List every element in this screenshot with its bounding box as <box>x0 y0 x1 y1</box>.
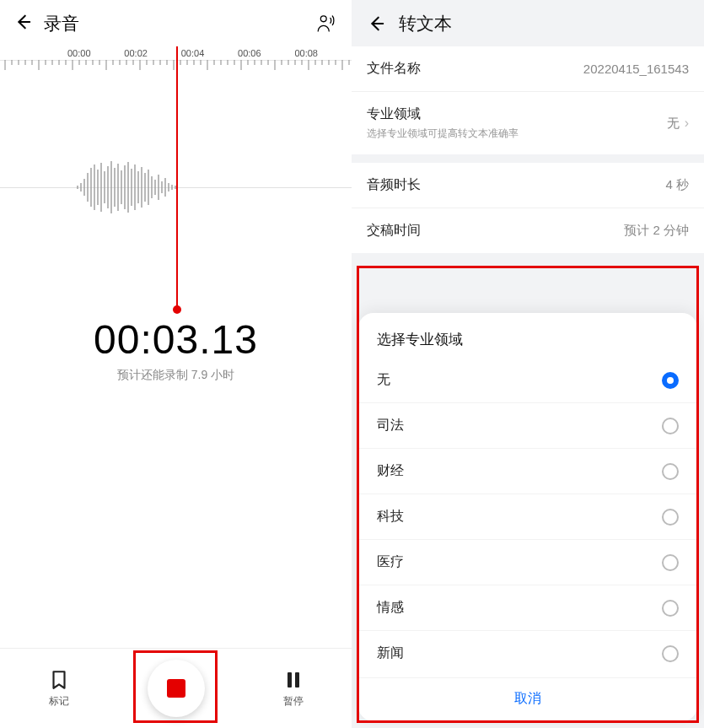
option-label: 无 <box>377 371 390 389</box>
back-button[interactable] <box>13 13 32 35</box>
option-label: 新闻 <box>377 644 404 662</box>
person-speak-icon <box>315 13 337 35</box>
elapsed-timer: 00:03.13 <box>0 316 352 363</box>
svg-point-1 <box>320 15 326 21</box>
left-header: 录音 <box>0 0 352 46</box>
page-title: 录音 <box>44 12 79 35</box>
voice-to-text-button[interactable] <box>314 12 338 35</box>
right-header: 转文本 <box>352 0 704 46</box>
bookmark-icon <box>48 669 70 691</box>
cancel-button[interactable]: 取消 <box>358 677 697 716</box>
svg-rect-86 <box>295 672 299 688</box>
domain-value: 无 <box>667 116 680 132</box>
stop-square-icon <box>167 679 185 698</box>
ruler-label: 00:06 <box>238 48 261 58</box>
option-label: 医疗 <box>377 553 404 571</box>
option-label: 财经 <box>377 462 404 480</box>
back-arrow-icon <box>13 13 32 31</box>
radio-selected-icon <box>662 372 679 389</box>
back-arrow-icon <box>367 14 385 33</box>
delivery-value: 预计 2 分钟 <box>624 223 689 239</box>
back-button[interactable] <box>365 13 387 35</box>
domain-option[interactable]: 司法 <box>358 402 697 448</box>
domain-option[interactable]: 新闻 <box>358 630 697 676</box>
pause-button[interactable]: 暂停 <box>260 669 327 709</box>
ruler-label: 00:08 <box>294 48 318 58</box>
option-label: 科技 <box>377 508 404 526</box>
domain-option[interactable]: 财经 <box>358 448 697 493</box>
domain-picker-sheet: 选择专业领域 无司法财经科技医疗情感新闻 取消 <box>358 313 697 721</box>
option-label: 情感 <box>377 599 404 617</box>
row-duration: 音频时长 4 秒 <box>352 163 704 208</box>
ruler-label: 00:00 <box>67 48 91 58</box>
pause-icon <box>283 669 304 691</box>
filename-key: 文件名称 <box>367 60 421 78</box>
mark-label: 标记 <box>49 694 69 709</box>
recorder-screen: 录音 00:00 00:02 00:04 00:06 00:08 <box>0 0 352 728</box>
timer-block: 00:03.13 预计还能录制 7.9 小时 <box>0 316 352 383</box>
domain-option[interactable]: 情感 <box>358 585 697 630</box>
row-domain[interactable]: 专业领域 选择专业领域可提高转文本准确率 无 › <box>352 92 704 154</box>
radio-icon <box>662 600 679 617</box>
page-title: 转文本 <box>399 12 452 35</box>
remaining-time-label: 预计还能录制 7.9 小时 <box>0 368 352 383</box>
svg-rect-85 <box>288 672 292 688</box>
waveform-icon <box>76 158 185 217</box>
domain-subtitle: 选择专业领域可提高转文本准确率 <box>367 127 519 141</box>
stop-button[interactable] <box>142 660 210 717</box>
option-label: 司法 <box>377 417 404 434</box>
row-filename[interactable]: 文件名称 20220415_161543 <box>352 46 704 92</box>
ruler-label: 00:04 <box>181 48 205 58</box>
filename-value: 20220415_161543 <box>583 62 689 76</box>
stop-circle-icon <box>148 660 205 717</box>
info-section-2: 音频时长 4 秒 交稿时间 预计 2 分钟 <box>352 163 704 253</box>
bottom-toolbar: 标记 暂停 <box>0 648 352 728</box>
domain-key: 专业领域 <box>367 105 519 123</box>
chevron-right-icon: › <box>685 116 689 131</box>
pause-label: 暂停 <box>283 694 304 709</box>
sheet-title: 选择专业领域 <box>358 326 697 358</box>
radio-icon <box>662 463 679 480</box>
ruler-label: 00:02 <box>124 48 148 58</box>
radio-icon <box>662 645 679 662</box>
radio-icon <box>662 509 679 526</box>
duration-key: 音频时长 <box>367 176 421 194</box>
mark-button[interactable]: 标记 <box>25 669 93 709</box>
radio-icon <box>662 554 679 571</box>
transcribe-screen: 转文本 文件名称 20220415_161543 专业领域 选择专业领域可提高转… <box>352 0 704 728</box>
info-section-1: 文件名称 20220415_161543 专业领域 选择专业领域可提高转文本准确… <box>352 46 704 154</box>
radio-icon <box>662 418 679 434</box>
domain-option[interactable]: 医疗 <box>358 539 697 585</box>
row-delivery: 交稿时间 预计 2 分钟 <box>352 208 704 253</box>
domain-option[interactable]: 无 <box>358 358 697 402</box>
playhead-indicator <box>176 46 178 310</box>
domain-option[interactable]: 科技 <box>358 493 697 539</box>
duration-value: 4 秒 <box>665 177 689 193</box>
waveform-area[interactable] <box>0 73 352 301</box>
delivery-key: 交稿时间 <box>367 222 421 240</box>
